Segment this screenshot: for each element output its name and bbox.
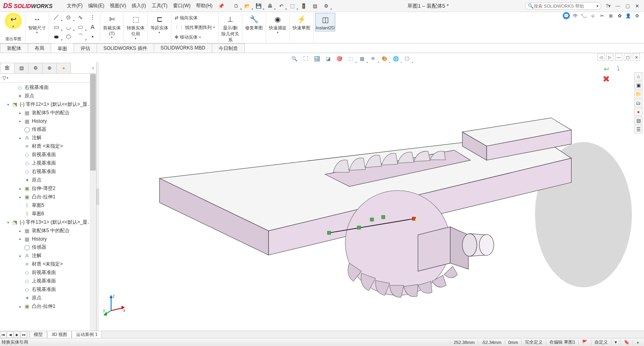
tree-item[interactable]: ◇右视基准面: [0, 83, 96, 92]
config-tab[interactable]: ⚙: [28, 63, 43, 73]
menu-tools[interactable]: 工具(T): [149, 1, 170, 11]
tree-item[interactable]: ▸A注解: [0, 251, 96, 260]
dynamic-icon[interactable]: 🎯: [335, 54, 344, 63]
minimize-button[interactable]: —: [614, 2, 621, 10]
tree-item[interactable]: ⌖原点: [0, 176, 96, 184]
display-style-icon[interactable]: ▦▾: [357, 54, 366, 63]
bt-model[interactable]: 模型: [29, 331, 47, 338]
pill-grid-icon[interactable]: ⊞: [607, 12, 614, 19]
help-icon[interactable]: ?▾: [605, 2, 612, 10]
menu-view[interactable]: 视图(V): [107, 1, 128, 11]
rt-appearances-icon[interactable]: ▤: [634, 117, 642, 125]
expand-icon[interactable]: ▸: [19, 119, 23, 123]
qat-new[interactable]: 🗋▾: [231, 1, 241, 11]
tree-item[interactable]: ▸▦装配体5 中的配合: [0, 109, 96, 117]
expand-icon[interactable]: ▸: [19, 229, 23, 233]
panel-min[interactable]: —: [615, 54, 622, 61]
tree-item[interactable]: ▸▦History: [0, 117, 96, 125]
qat-select[interactable]: ⬚▾: [288, 1, 297, 11]
display-delete-relations-button[interactable]: ⊥ 显示/删除几何关系 ▾: [220, 13, 240, 47]
rtab-today[interactable]: 今日制造: [212, 43, 245, 53]
pill-cloud-icon[interactable]: °◡: [580, 12, 588, 19]
expand-icon[interactable]: ▸: [19, 136, 23, 140]
qat-rebuild[interactable]: 🚦: [299, 1, 309, 11]
tree-item[interactable]: ▾⬔(-) 零件12<1> (默认<<默认>_显…: [0, 100, 96, 109]
view-settings-icon[interactable]: 🖵▾: [402, 54, 411, 63]
orientation-triad[interactable]: z x y: [103, 292, 127, 318]
qat-settings[interactable]: ⚙▾: [322, 1, 331, 11]
polygon-tool[interactable]: ⬡: [63, 32, 74, 41]
panel-prev[interactable]: ◁: [597, 54, 605, 61]
qat-options1[interactable]: ▤: [310, 1, 320, 11]
tree-item[interactable]: ▾⬔(-) 零件13<1> (默认<<默认>_显…: [0, 218, 96, 227]
pill-chat-icon[interactable]: 💬: [563, 12, 570, 19]
pill-star-icon[interactable]: ✿: [616, 12, 623, 19]
bt-3dview[interactable]: 3D 视图: [47, 331, 72, 338]
circle-tool[interactable]: ⊙▾: [63, 13, 74, 22]
maximize-button[interactable]: ▢: [624, 2, 631, 10]
trim-button[interactable]: ✄ 剪裁实体(T) ▾: [102, 13, 122, 40]
zoom-area-icon[interactable]: ⛶: [301, 54, 310, 63]
point-tool[interactable]: •: [87, 32, 98, 41]
qat-open[interactable]: 📂▾: [243, 1, 252, 11]
tree-item[interactable]: ◇右视基准面: [0, 285, 96, 294]
tree-item[interactable]: ▸▣凸台-拉伸1: [0, 193, 96, 201]
menu-insert[interactable]: 插入(I): [129, 1, 148, 11]
expand-icon[interactable]: ▸: [19, 254, 23, 258]
panel-max[interactable]: ▢: [624, 54, 631, 61]
tree-item[interactable]: ◇上视基准面: [0, 277, 96, 285]
smart-dimension-button[interactable]: ↔ 智能尺寸 ▾: [27, 13, 47, 35]
tree-item[interactable]: ▸A注解: [0, 134, 96, 142]
tree-item[interactable]: ◯传感器: [0, 125, 96, 134]
rt-explorer-icon[interactable]: 🗂: [634, 99, 642, 107]
menu-file[interactable]: 文件(F): [64, 1, 85, 11]
bt-last[interactable]: ⏭: [21, 332, 27, 338]
expand-icon[interactable]: ▸: [19, 111, 23, 115]
more-tool-1[interactable]: ⋮: [87, 13, 98, 22]
rt-view-palette-icon[interactable]: ●: [634, 108, 642, 116]
pill-cn-icon[interactable]: 中: [572, 12, 579, 19]
tree-item[interactable]: ◇上视基准面: [0, 159, 96, 167]
status-unit-icon[interactable]: ▾: [611, 340, 620, 345]
menu-window[interactable]: 窗口(W): [171, 1, 193, 11]
view-orient-icon[interactable]: ⬚▾: [346, 54, 355, 63]
scrollbar-thumb[interactable]: [90, 74, 96, 171]
rt-custom-props-icon[interactable]: ☰: [634, 126, 642, 134]
feature-tree[interactable]: ◇右视基准面⌖原点▾⬔(-) 零件12<1> (默认<<默认>_显…▸▦装配体5…: [0, 82, 96, 331]
rect-tool[interactable]: ▭▾: [51, 23, 62, 31]
pill-person-icon[interactable]: 👤: [625, 12, 632, 19]
rtab-mbd[interactable]: SOLIDWORKS MBD: [154, 43, 212, 53]
convert-entities-button[interactable]: ⬚ 转换实体引用 ▾: [126, 13, 146, 41]
pill-smile-icon[interactable]: ☺: [589, 12, 597, 19]
bt-prev[interactable]: ◀: [7, 332, 13, 338]
cancel-icon[interactable]: ✖: [601, 75, 612, 84]
rt-design-lib-icon[interactable]: 📁: [634, 90, 642, 98]
bt-first[interactable]: ⏮: [0, 332, 6, 338]
edit-appear-icon[interactable]: 🎨▾: [380, 54, 389, 63]
fillet-tool[interactable]: ⌒▾: [75, 32, 86, 41]
status-record-icon[interactable]: ●: [633, 340, 642, 345]
mirror-button[interactable]: ⇄镜向实体: [173, 14, 217, 21]
panel-close[interactable]: ✕: [633, 54, 640, 61]
rtab-evaluate[interactable]: 评估: [74, 43, 97, 53]
expand-icon[interactable]: ▸: [19, 305, 23, 309]
menu-help[interactable]: 帮助(H): [194, 1, 215, 11]
tree-scrollbar[interactable]: [90, 74, 96, 331]
exit-sketch-button[interactable]: ↩ 退出草图 ▾: [3, 13, 23, 29]
tree-item[interactable]: ◇右视基准面: [0, 167, 96, 176]
quick-snap-button[interactable]: ◉ 快速捕捉 ▾: [268, 13, 288, 35]
tree-item[interactable]: ≡材质 <未指定>: [0, 142, 96, 150]
tree-item[interactable]: ⌖原点: [0, 294, 96, 302]
menu-edit[interactable]: 编辑(E): [86, 1, 107, 11]
tree-item[interactable]: ▸▣凸台-拉伸1: [0, 302, 96, 311]
repair-sketch-button[interactable]: 🔧 修复草图: [244, 13, 264, 32]
expand-icon[interactable]: ▾: [7, 220, 11, 224]
accept-icon[interactable]: ↩: [601, 64, 612, 73]
appearance-tab[interactable]: ●: [56, 63, 71, 73]
search-box[interactable]: 🔍 ▾: [525, 2, 601, 10]
close-button[interactable]: ✕: [634, 2, 641, 10]
instant2d-button[interactable]: ◫ Instant2D: [315, 13, 335, 31]
previous-view-icon[interactable]: 🔙: [312, 54, 321, 63]
tree-item[interactable]: ◯传感器: [0, 243, 96, 251]
arc-tool[interactable]: ◡▾: [63, 23, 74, 31]
